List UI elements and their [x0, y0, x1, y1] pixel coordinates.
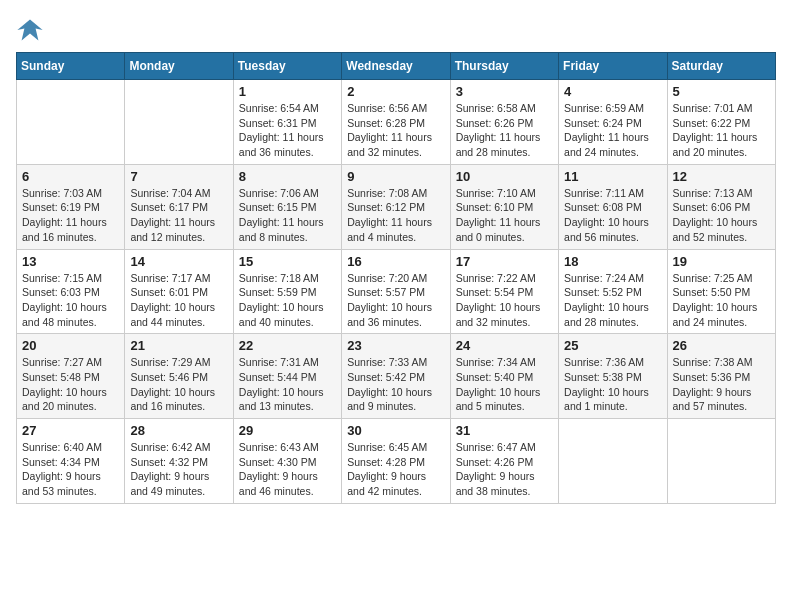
day-info: Sunrise: 7:10 AM Sunset: 6:10 PM Dayligh…: [456, 186, 553, 245]
day-number: 23: [347, 338, 444, 353]
page-header: [16, 16, 776, 44]
day-number: 21: [130, 338, 227, 353]
day-info: Sunrise: 6:54 AM Sunset: 6:31 PM Dayligh…: [239, 101, 336, 160]
day-number: 2: [347, 84, 444, 99]
day-info: Sunrise: 7:20 AM Sunset: 5:57 PM Dayligh…: [347, 271, 444, 330]
calendar-cell: 5Sunrise: 7:01 AM Sunset: 6:22 PM Daylig…: [667, 80, 775, 165]
day-info: Sunrise: 7:17 AM Sunset: 6:01 PM Dayligh…: [130, 271, 227, 330]
day-number: 14: [130, 254, 227, 269]
day-number: 11: [564, 169, 661, 184]
day-number: 27: [22, 423, 119, 438]
calendar-cell: 2Sunrise: 6:56 AM Sunset: 6:28 PM Daylig…: [342, 80, 450, 165]
day-number: 6: [22, 169, 119, 184]
day-number: 9: [347, 169, 444, 184]
day-number: 4: [564, 84, 661, 99]
day-number: 22: [239, 338, 336, 353]
day-number: 5: [673, 84, 770, 99]
calendar-week-4: 20Sunrise: 7:27 AM Sunset: 5:48 PM Dayli…: [17, 334, 776, 419]
day-number: 25: [564, 338, 661, 353]
day-number: 24: [456, 338, 553, 353]
day-header-sunday: Sunday: [17, 53, 125, 80]
calendar-cell: 12Sunrise: 7:13 AM Sunset: 6:06 PM Dayli…: [667, 164, 775, 249]
calendar-cell: 24Sunrise: 7:34 AM Sunset: 5:40 PM Dayli…: [450, 334, 558, 419]
calendar-cell: 20Sunrise: 7:27 AM Sunset: 5:48 PM Dayli…: [17, 334, 125, 419]
day-info: Sunrise: 7:29 AM Sunset: 5:46 PM Dayligh…: [130, 355, 227, 414]
day-header-wednesday: Wednesday: [342, 53, 450, 80]
calendar-table: SundayMondayTuesdayWednesdayThursdayFrid…: [16, 52, 776, 504]
day-info: Sunrise: 6:43 AM Sunset: 4:30 PM Dayligh…: [239, 440, 336, 499]
day-info: Sunrise: 7:27 AM Sunset: 5:48 PM Dayligh…: [22, 355, 119, 414]
logo: [16, 16, 48, 44]
day-number: 15: [239, 254, 336, 269]
calendar-cell: 29Sunrise: 6:43 AM Sunset: 4:30 PM Dayli…: [233, 419, 341, 504]
calendar-cell: 3Sunrise: 6:58 AM Sunset: 6:26 PM Daylig…: [450, 80, 558, 165]
day-number: 18: [564, 254, 661, 269]
day-info: Sunrise: 7:15 AM Sunset: 6:03 PM Dayligh…: [22, 271, 119, 330]
day-number: 19: [673, 254, 770, 269]
day-header-friday: Friday: [559, 53, 667, 80]
calendar-cell: 15Sunrise: 7:18 AM Sunset: 5:59 PM Dayli…: [233, 249, 341, 334]
day-info: Sunrise: 7:38 AM Sunset: 5:36 PM Dayligh…: [673, 355, 770, 414]
calendar-cell: 11Sunrise: 7:11 AM Sunset: 6:08 PM Dayli…: [559, 164, 667, 249]
calendar-cell: 1Sunrise: 6:54 AM Sunset: 6:31 PM Daylig…: [233, 80, 341, 165]
calendar-week-2: 6Sunrise: 7:03 AM Sunset: 6:19 PM Daylig…: [17, 164, 776, 249]
day-number: 16: [347, 254, 444, 269]
day-info: Sunrise: 6:47 AM Sunset: 4:26 PM Dayligh…: [456, 440, 553, 499]
calendar-cell: 17Sunrise: 7:22 AM Sunset: 5:54 PM Dayli…: [450, 249, 558, 334]
calendar-cell: 18Sunrise: 7:24 AM Sunset: 5:52 PM Dayli…: [559, 249, 667, 334]
calendar-cell: 30Sunrise: 6:45 AM Sunset: 4:28 PM Dayli…: [342, 419, 450, 504]
day-header-saturday: Saturday: [667, 53, 775, 80]
day-info: Sunrise: 7:25 AM Sunset: 5:50 PM Dayligh…: [673, 271, 770, 330]
day-info: Sunrise: 7:24 AM Sunset: 5:52 PM Dayligh…: [564, 271, 661, 330]
day-header-thursday: Thursday: [450, 53, 558, 80]
day-number: 31: [456, 423, 553, 438]
day-number: 17: [456, 254, 553, 269]
calendar-cell: 27Sunrise: 6:40 AM Sunset: 4:34 PM Dayli…: [17, 419, 125, 504]
day-info: Sunrise: 7:03 AM Sunset: 6:19 PM Dayligh…: [22, 186, 119, 245]
day-info: Sunrise: 7:04 AM Sunset: 6:17 PM Dayligh…: [130, 186, 227, 245]
calendar-cell: [17, 80, 125, 165]
calendar-cell: 6Sunrise: 7:03 AM Sunset: 6:19 PM Daylig…: [17, 164, 125, 249]
day-number: 7: [130, 169, 227, 184]
logo-icon: [16, 16, 44, 44]
svg-marker-0: [17, 20, 42, 41]
day-info: Sunrise: 6:45 AM Sunset: 4:28 PM Dayligh…: [347, 440, 444, 499]
calendar-week-5: 27Sunrise: 6:40 AM Sunset: 4:34 PM Dayli…: [17, 419, 776, 504]
calendar-cell: 8Sunrise: 7:06 AM Sunset: 6:15 PM Daylig…: [233, 164, 341, 249]
calendar-week-1: 1Sunrise: 6:54 AM Sunset: 6:31 PM Daylig…: [17, 80, 776, 165]
day-info: Sunrise: 7:08 AM Sunset: 6:12 PM Dayligh…: [347, 186, 444, 245]
day-info: Sunrise: 6:59 AM Sunset: 6:24 PM Dayligh…: [564, 101, 661, 160]
calendar-header-row: SundayMondayTuesdayWednesdayThursdayFrid…: [17, 53, 776, 80]
calendar-cell: [125, 80, 233, 165]
day-info: Sunrise: 7:01 AM Sunset: 6:22 PM Dayligh…: [673, 101, 770, 160]
day-info: Sunrise: 6:58 AM Sunset: 6:26 PM Dayligh…: [456, 101, 553, 160]
calendar-cell: 13Sunrise: 7:15 AM Sunset: 6:03 PM Dayli…: [17, 249, 125, 334]
day-info: Sunrise: 7:13 AM Sunset: 6:06 PM Dayligh…: [673, 186, 770, 245]
day-info: Sunrise: 6:42 AM Sunset: 4:32 PM Dayligh…: [130, 440, 227, 499]
calendar-body: 1Sunrise: 6:54 AM Sunset: 6:31 PM Daylig…: [17, 80, 776, 504]
day-info: Sunrise: 7:18 AM Sunset: 5:59 PM Dayligh…: [239, 271, 336, 330]
day-info: Sunrise: 7:06 AM Sunset: 6:15 PM Dayligh…: [239, 186, 336, 245]
calendar-cell: 4Sunrise: 6:59 AM Sunset: 6:24 PM Daylig…: [559, 80, 667, 165]
day-info: Sunrise: 7:36 AM Sunset: 5:38 PM Dayligh…: [564, 355, 661, 414]
day-number: 30: [347, 423, 444, 438]
calendar-cell: 25Sunrise: 7:36 AM Sunset: 5:38 PM Dayli…: [559, 334, 667, 419]
calendar-cell: 26Sunrise: 7:38 AM Sunset: 5:36 PM Dayli…: [667, 334, 775, 419]
day-info: Sunrise: 7:33 AM Sunset: 5:42 PM Dayligh…: [347, 355, 444, 414]
day-info: Sunrise: 6:40 AM Sunset: 4:34 PM Dayligh…: [22, 440, 119, 499]
calendar-cell: 22Sunrise: 7:31 AM Sunset: 5:44 PM Dayli…: [233, 334, 341, 419]
day-number: 12: [673, 169, 770, 184]
calendar-cell: 14Sunrise: 7:17 AM Sunset: 6:01 PM Dayli…: [125, 249, 233, 334]
day-number: 20: [22, 338, 119, 353]
calendar-cell: [667, 419, 775, 504]
calendar-cell: 23Sunrise: 7:33 AM Sunset: 5:42 PM Dayli…: [342, 334, 450, 419]
calendar-cell: 10Sunrise: 7:10 AM Sunset: 6:10 PM Dayli…: [450, 164, 558, 249]
day-number: 3: [456, 84, 553, 99]
day-number: 28: [130, 423, 227, 438]
calendar-cell: 7Sunrise: 7:04 AM Sunset: 6:17 PM Daylig…: [125, 164, 233, 249]
day-number: 10: [456, 169, 553, 184]
calendar-cell: 16Sunrise: 7:20 AM Sunset: 5:57 PM Dayli…: [342, 249, 450, 334]
calendar-cell: 9Sunrise: 7:08 AM Sunset: 6:12 PM Daylig…: [342, 164, 450, 249]
calendar-cell: 21Sunrise: 7:29 AM Sunset: 5:46 PM Dayli…: [125, 334, 233, 419]
day-info: Sunrise: 6:56 AM Sunset: 6:28 PM Dayligh…: [347, 101, 444, 160]
